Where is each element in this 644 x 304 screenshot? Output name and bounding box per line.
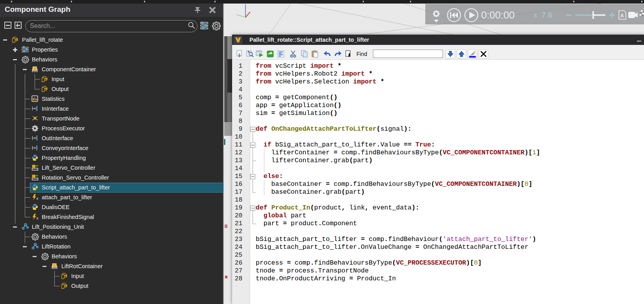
svg-text:7.6: 7.6 bbox=[541, 11, 552, 19]
svg-text:x: x bbox=[534, 12, 537, 19]
svg-text:A: A bbox=[620, 13, 624, 19]
svg-text:B: B bbox=[37, 197, 38, 200]
svg-text:0:00:00: 0:00:00 bbox=[481, 9, 515, 20]
svg-text:B: B bbox=[37, 217, 38, 220]
